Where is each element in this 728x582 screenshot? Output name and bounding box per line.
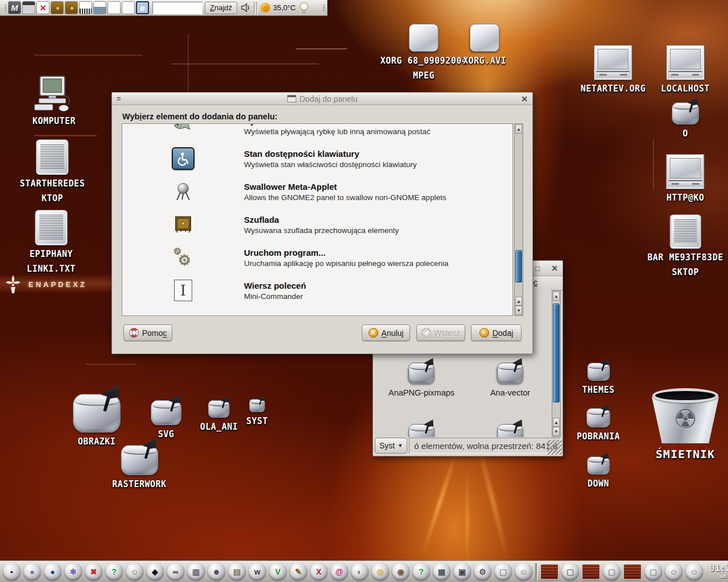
desktop-window-task2[interactable] <box>623 564 642 580</box>
scroll-up-icon[interactable]: ▲ <box>553 418 560 427</box>
folder-item[interactable]: AnaPNG-pixmaps <box>388 363 454 397</box>
gimp-window-task[interactable]: ☺ <box>665 563 682 580</box>
desktop-icon-epiphany-linki[interactable]: EPIPHANYLINKI.TXT <box>27 210 76 275</box>
applet-list-item[interactable]: ⚙⚙ Uruchom program... Uruchamia aplikacj… <box>122 241 512 274</box>
abiword-launcher[interactable]: w <box>249 563 266 580</box>
kvim-launcher[interactable]: V <box>269 563 287 580</box>
cancel-button[interactable]: ✕ Anuluj <box>362 325 410 341</box>
applet-list-item[interactable]: I Wiersz poleceń Mini-Commander <box>122 274 512 307</box>
desktop-icon-themes[interactable]: THEMES <box>582 363 614 396</box>
notes-launcher[interactable]: ✎ <box>289 563 307 580</box>
fm-scroll-thumb[interactable] <box>553 304 560 402</box>
dialog-titlebar[interactable]: = Dodaj do panelu ✕ <box>112 93 532 105</box>
add-to-panel-dialog[interactable]: = Dodaj do panelu ✕ Wybierz element do d… <box>111 92 533 354</box>
dialog-scroll-thumb[interactable] <box>515 250 522 282</box>
close-icon[interactable]: ✕ <box>551 264 558 273</box>
applet-list-item[interactable]: Stan dostępności klawiatury Wyświetla st… <box>122 142 512 175</box>
notebook-launcher[interactable]: ▤ <box>228 563 246 580</box>
desktop-icon-obrazki[interactable]: OBRAZKI <box>73 394 121 447</box>
desktop-icon-down[interactable]: DOWN <box>587 456 610 489</box>
volume-icon[interactable] <box>241 2 251 13</box>
desktop-icon-ola-ani[interactable]: OLA_ANI <box>200 400 238 433</box>
m-logo-launcher[interactable]: M <box>8 1 21 14</box>
applet-list-item[interactable]: Swallower Meta-Applet Allows the GNOME2 … <box>122 175 512 208</box>
panel-handle[interactable] <box>254 2 258 14</box>
calculator-launcher[interactable]: ▦ <box>433 563 450 580</box>
back-button[interactable]: ◀ Wstecz <box>416 325 465 341</box>
desktop-icon-smietnik[interactable]: ☢ŚMIETNIK <box>652 388 719 462</box>
desktop-icon-komputer[interactable]: KOMPUTER <box>32 76 76 127</box>
fm-scrollbar[interactable]: ▲ ▲ ▼ <box>552 290 561 437</box>
gears-launcher[interactable]: ⚙ <box>474 563 491 580</box>
scroll-down-icon[interactable]: ▼ <box>515 306 522 315</box>
desktop-icon-http-ko[interactable]: HTTP@KO <box>667 155 705 203</box>
gimp-wilber-launcher[interactable]: ☺ <box>126 563 143 580</box>
gimp-window-task2[interactable]: ☺ <box>685 563 703 580</box>
lyx-launcher[interactable]: X <box>310 563 328 580</box>
folder-window-task2[interactable]: ▢ <box>644 563 662 580</box>
folder-launcher[interactable]: ▢ <box>494 563 512 580</box>
applet-list-item[interactable]: Szuflada Wysuwana szuflada przechowująca… <box>122 208 512 241</box>
folder-window-task[interactable]: ▢ <box>603 563 621 580</box>
desktop-icon-o[interactable]: O <box>672 102 699 139</box>
cd-burner-launcher[interactable]: ◉ <box>392 563 410 580</box>
window-launcher[interactable] <box>22 1 35 14</box>
epiphany-launcher[interactable]: e <box>136 1 149 14</box>
note-window-task[interactable] <box>540 564 559 580</box>
applet-list[interactable]: Rybka Wyświetla pływającą rybkę lub inną… <box>122 123 513 316</box>
doc-viewer-launcher[interactable]: ▥ <box>187 563 205 580</box>
zoom-dropdown[interactable]: Syst▼ <box>375 438 407 454</box>
desktop-icon-rasterwork[interactable]: RASTERWORK <box>112 445 166 490</box>
desktop-icon-netartev-org[interactable]: NETARTEV.ORG <box>581 45 646 94</box>
terminal-launcher[interactable]: ▪ <box>3 563 20 580</box>
lightbulb-icon[interactable] <box>299 2 309 14</box>
camera-launcher[interactable]: ▣ <box>453 563 471 580</box>
blank-launcher[interactable] <box>122 1 135 14</box>
debian-launcher[interactable]: @ <box>330 563 348 580</box>
panel-handle[interactable]: ⋮ <box>320 4 325 11</box>
desktop-icon-starthere-desktop[interactable]: STARTHEREDESKTOP <box>20 140 85 205</box>
drawer-launcher[interactable] <box>65 1 78 14</box>
scroll-up-icon[interactable]: ▲ <box>515 297 522 306</box>
gimp-launcher[interactable]: ☺ <box>515 563 532 580</box>
folder-item-partial[interactable] <box>408 424 435 437</box>
desktop-icon-xorg-avi[interactable]: XORG.AVI <box>463 24 506 66</box>
temperature-icon[interactable]: ☺ <box>260 3 270 13</box>
find-input[interactable] <box>152 2 202 14</box>
drawer-launcher[interactable] <box>51 1 64 14</box>
photo-launcher[interactable]: ☻ <box>208 563 225 580</box>
desktop-icon-syst[interactable]: SYST <box>246 399 268 427</box>
folder-item[interactable]: Ana-vector <box>490 363 530 397</box>
find-button[interactable]: Znajdź <box>205 2 237 14</box>
eyes-launcher[interactable]: ∞ <box>167 563 184 580</box>
desktop-icon-svg[interactable]: SVG <box>151 400 181 440</box>
desktop-icon-localhost[interactable]: LOCALHOST <box>661 45 710 94</box>
applet-list-item[interactable]: Rybka Wyświetla pływającą rybkę lub inną… <box>122 123 512 142</box>
add-button[interactable]: + Dodaj <box>471 325 522 341</box>
desktop-icon-pobrania[interactable]: POBRANIA <box>577 408 620 442</box>
scroll-up-icon[interactable]: ▲ <box>515 124 522 134</box>
screenshot-launcher[interactable] <box>79 1 92 14</box>
scroll-up-icon[interactable]: ▲ <box>553 292 560 301</box>
scroll-down-icon[interactable]: ▼ <box>553 427 560 436</box>
dx-launcher[interactable]: ✖ <box>85 563 102 580</box>
cd-roast-launcher[interactable]: ◎ <box>371 563 389 580</box>
globe-launcher[interactable]: ● <box>44 563 61 580</box>
inkscape-launcher[interactable]: ◆ <box>146 563 164 580</box>
bucket-window-task[interactable]: ▢ <box>561 563 579 580</box>
desktop-icon-bar-sktop[interactable]: BAR ME93TF83DESKTOP <box>647 215 723 278</box>
help-button[interactable]: Pomoc <box>123 325 172 341</box>
desktop-icon-xorg-mpeg[interactable]: XORG 68_09092004MPEG <box>380 24 468 82</box>
help-launcher[interactable]: ? <box>105 563 123 580</box>
desktop-window-task[interactable] <box>582 564 600 580</box>
dialog-scrollbar[interactable]: ▲ ▲ ▼ <box>514 123 523 316</box>
force-quit-launcher[interactable]: ✕ <box>36 1 49 14</box>
clock[interactable]: 01:23am <box>709 564 728 580</box>
panel-handle[interactable]: ⋮ <box>2 4 7 11</box>
gimp-splash-launcher[interactable]: ✱ <box>64 563 82 580</box>
help2-launcher[interactable]: ? <box>412 563 430 580</box>
blank-launcher[interactable] <box>107 1 121 14</box>
theme-launcher[interactable] <box>93 1 106 14</box>
planet-launcher[interactable]: ◐ <box>351 563 369 580</box>
resize-grip[interactable] <box>547 440 562 455</box>
